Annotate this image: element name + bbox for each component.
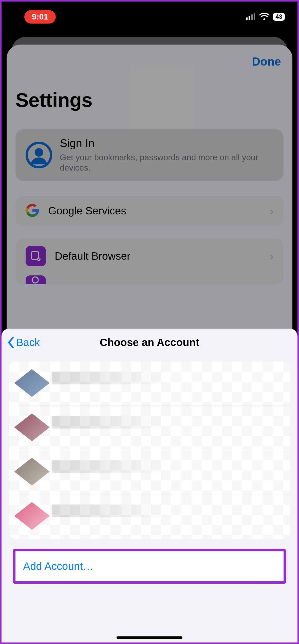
search-engine-icon [26, 275, 46, 284]
redacted-account [9, 406, 290, 450]
redacted-account [9, 494, 290, 539]
row-default-browser[interactable]: Default Browser › [15, 238, 284, 274]
account-row[interactable] [9, 450, 290, 494]
row-label: Default Browser [55, 250, 261, 262]
back-button[interactable]: Back [7, 329, 40, 356]
chevron-left-icon [7, 337, 15, 348]
account-row[interactable] [9, 494, 290, 539]
battery-badge: 43 [273, 13, 285, 21]
avatar-icon [26, 142, 52, 168]
sign-in-card[interactable]: Sign In Get your bookmarks, passwords an… [15, 129, 284, 181]
add-account-highlight: Add Account… [13, 549, 286, 584]
account-row[interactable] [9, 361, 290, 406]
google-icon [26, 204, 39, 218]
sign-in-title: Sign In [60, 137, 273, 150]
cellular-icon [246, 13, 256, 20]
recording-time-pill: 9:01 [24, 10, 56, 24]
status-icons: 43 [246, 13, 285, 21]
row-label: Google Services [48, 205, 261, 217]
row-partial[interactable] [15, 274, 284, 284]
status-bar: 9:01 43 [2, 2, 297, 32]
svg-rect-0 [246, 17, 248, 20]
svg-point-6 [35, 148, 43, 157]
chevron-right-icon: › [270, 204, 273, 218]
redacted-account [9, 450, 290, 494]
modal-title: Choose an Account [100, 336, 199, 349]
svg-rect-2 [251, 14, 253, 20]
svg-point-4 [264, 18, 265, 20]
svg-rect-1 [249, 16, 250, 20]
row-google-services[interactable]: Google Services › [15, 196, 284, 226]
redacted-account [9, 361, 290, 406]
choose-account-modal: Back Choose an Account Add Account… [2, 329, 297, 642]
svg-point-9 [32, 277, 38, 283]
accounts-list [9, 361, 290, 539]
sign-in-subtitle: Get your bookmarks, passwords and more o… [60, 152, 273, 173]
wifi-icon [259, 13, 269, 20]
svg-rect-3 [254, 13, 255, 20]
back-label: Back [16, 336, 40, 349]
modal-header: Back Choose an Account [2, 329, 297, 356]
chevron-right-icon: › [270, 249, 273, 263]
done-button[interactable]: Done [252, 55, 281, 68]
add-account-button[interactable]: Add Account… [15, 551, 284, 581]
account-row[interactable] [9, 406, 290, 450]
home-indicator[interactable] [117, 636, 182, 639]
default-browser-icon [26, 246, 46, 266]
page-title: Settings [15, 89, 284, 112]
